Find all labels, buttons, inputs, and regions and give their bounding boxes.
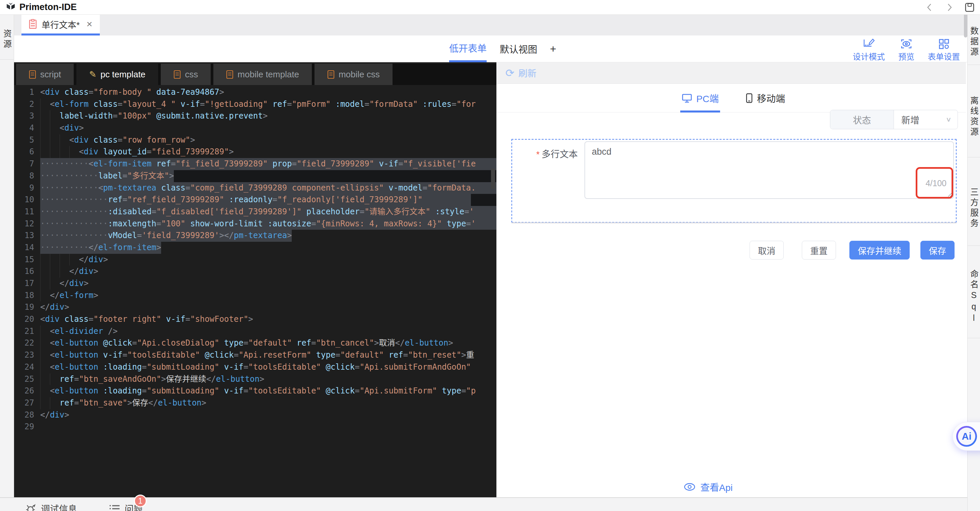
app-logo-icon [5, 2, 16, 13]
editor-tab-css[interactable]: css [161, 64, 211, 85]
file-tab-single-line-text[interactable]: 单行文本* × [21, 15, 100, 35]
cancel-button[interactable]: 取消 [749, 241, 784, 259]
sidebar-item-resources[interactable]: 资源 [0, 15, 14, 60]
phone-icon [746, 93, 753, 103]
primeton-ide-window: Primeton-IDE 资源 [0, 0, 980, 511]
editor-toolbar: 设计模式 预览 [852, 37, 961, 63]
textarea-wrapper: abcd 4/100 [584, 141, 954, 199]
left-sidebar: 资源 [0, 15, 14, 511]
sidebar-item-offline-resources[interactable]: 离线资源 [967, 65, 980, 158]
sidebar-item-named-sql[interactable]: 命名Sql [967, 246, 980, 338]
chevron-down-icon: ∨ [945, 116, 951, 123]
preview-panel: ⟳ 刷新 PC端 移动端 状态 [496, 62, 966, 497]
document-icon [327, 70, 335, 79]
save-icon[interactable] [964, 2, 975, 13]
state-label: 状态 [830, 110, 894, 129]
form-item-multiline-text[interactable]: *多行文本 abcd 4/100 [511, 139, 956, 223]
required-asterisk: * [536, 150, 539, 159]
sidebar-item-data-source[interactable]: 数据源 [967, 15, 980, 65]
view-tab-row: 低开表单 默认视图 + 设计模式 [14, 35, 967, 62]
document-icon [226, 70, 234, 79]
app-header: Primeton-IDE [0, 0, 980, 15]
nav-back-icon[interactable] [924, 2, 935, 13]
tab-lowcode-form[interactable]: 低开表单 [449, 35, 487, 62]
bug-icon [25, 504, 36, 511]
app-title: Primeton-IDE [19, 2, 77, 13]
form-file-icon [29, 19, 37, 29]
list-icon [109, 504, 120, 511]
pencil-icon: ✎ [89, 69, 97, 80]
device-tab-row: PC端 移动端 状态 新增 ∨ [497, 84, 966, 113]
preview-button[interactable]: 预览 [897, 37, 915, 63]
form-action-buttons: 取消 重置 保存并继续 保存 [749, 241, 955, 259]
debug-info-button[interactable]: 调试信息 [25, 502, 77, 511]
state-value: 新增 [901, 113, 920, 126]
tab-pc[interactable]: PC端 [682, 84, 719, 113]
tab-mobile[interactable]: 移动端 [746, 84, 785, 113]
ai-assistant-button[interactable]: Ai [953, 422, 980, 451]
editor-tab-script[interactable]: script [16, 64, 74, 85]
field-label: *多行文本 [512, 147, 579, 160]
view-api-link[interactable]: 查看Api [684, 480, 732, 493]
editor-tab-mobile-template[interactable]: mobile template [213, 64, 312, 85]
state-select-group: 状态 新增 ∨ [830, 110, 958, 129]
form-settings-icon [938, 38, 950, 49]
code-lines[interactable]: 1<div class="form-body " data-7ea94867>2… [14, 85, 496, 484]
eye-icon [684, 482, 696, 491]
editor-tab-mobile-css[interactable]: mobile css [315, 64, 393, 85]
sidebar-item-third-party-services[interactable]: 三方服务 [967, 158, 980, 246]
close-icon[interactable]: × [86, 19, 92, 29]
char-counter: 4/100 [925, 178, 947, 188]
document-icon [173, 70, 181, 79]
multiline-text-input[interactable]: abcd [584, 141, 954, 199]
divider [511, 222, 956, 223]
refresh-button[interactable]: 刷新 [519, 66, 536, 80]
design-mode-button[interactable]: 设计模式 [852, 37, 886, 63]
add-view-button[interactable]: + [550, 35, 556, 62]
reset-button[interactable]: 重置 [802, 241, 836, 259]
design-mode-icon [863, 38, 875, 49]
resize-handle-icon[interactable] [947, 191, 952, 197]
status-bar: 调试信息 问题 1 [0, 497, 967, 511]
editor-tab-bar: script ✎ pc template css mobile template… [14, 64, 496, 85]
state-select[interactable]: 新增 ∨ [894, 110, 958, 129]
refresh-bar: ⟳ 刷新 [497, 62, 966, 84]
file-tab-bar: 单行文本* × [14, 15, 967, 35]
save-and-continue-button[interactable]: 保存并继续 [850, 241, 910, 259]
problems-button[interactable]: 问题 1 [109, 502, 143, 511]
tab-default-view[interactable]: 默认视图 [500, 35, 537, 62]
editor-tab-pc-template[interactable]: ✎ pc template [76, 64, 158, 85]
code-editor: script ✎ pc template css mobile template… [14, 62, 496, 497]
refresh-icon[interactable]: ⟳ [505, 68, 514, 78]
form-settings-button[interactable]: 表单设置 [927, 37, 961, 63]
file-tab-label: 单行文本* [41, 18, 80, 30]
nav-forward-icon[interactable] [944, 2, 955, 13]
preview-icon [900, 38, 912, 49]
document-icon [29, 70, 36, 79]
ai-icon: Ai [956, 426, 977, 447]
problems-count-badge[interactable]: 1 [134, 495, 147, 507]
monitor-icon [682, 93, 692, 103]
save-button[interactable]: 保存 [920, 241, 955, 259]
editor-scrollbar[interactable] [491, 169, 495, 189]
